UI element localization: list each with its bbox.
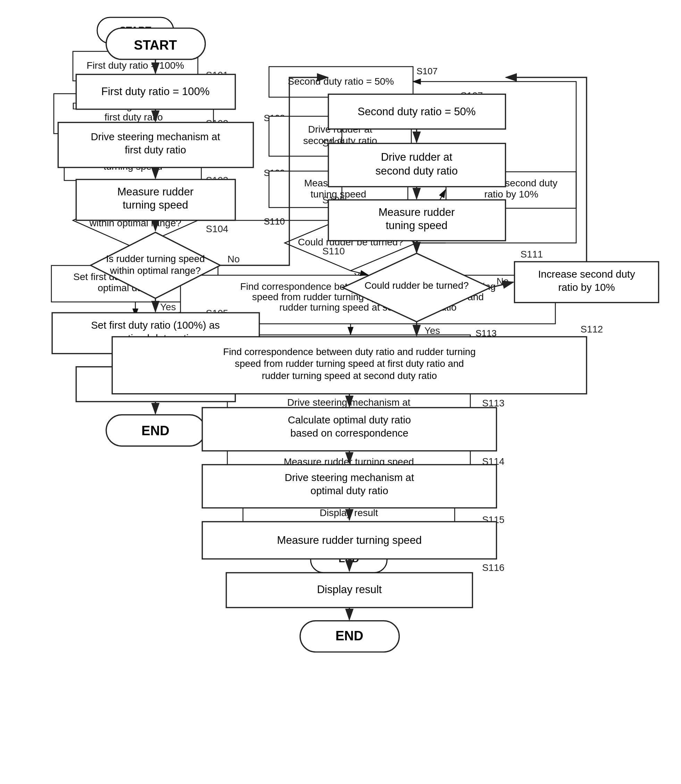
svg-text:Is rudder turning speed: Is rudder turning speed bbox=[106, 253, 205, 264]
svg-text:S113: S113 bbox=[482, 398, 505, 409]
svg-text:tuning speed: tuning speed bbox=[386, 219, 447, 231]
svg-text:Display result: Display result bbox=[317, 583, 382, 596]
svg-text:second duty ratio: second duty ratio bbox=[375, 165, 458, 177]
svg-text:turning speed: turning speed bbox=[122, 199, 188, 211]
svg-text:Find correspondence between du: Find correspondence between duty ratio a… bbox=[223, 346, 476, 357]
svg-text:S110: S110 bbox=[323, 246, 345, 257]
svg-text:Measure rudder: Measure rudder bbox=[117, 186, 194, 198]
svg-text:Second duty ratio = 50%: Second duty ratio = 50% bbox=[358, 106, 475, 118]
svg-text:S111: S111 bbox=[521, 249, 543, 260]
svg-text:within optimal range?: within optimal range? bbox=[110, 265, 201, 276]
svg-text:Measure rudder: Measure rudder bbox=[379, 206, 455, 218]
flowchart-main: START S101 First duty ratio = 100% S102 … bbox=[0, 0, 681, 784]
svg-text:Increase second duty: Increase second duty bbox=[538, 268, 635, 280]
svg-text:Drive rudder at: Drive rudder at bbox=[381, 151, 452, 163]
svg-text:Set first duty ratio (100%) as: Set first duty ratio (100%) as bbox=[91, 319, 220, 331]
svg-text:No: No bbox=[227, 254, 239, 265]
svg-text:START: START bbox=[134, 38, 177, 52]
svg-text:Yes: Yes bbox=[160, 302, 176, 312]
svg-text:optimal duty ratio: optimal duty ratio bbox=[310, 485, 388, 496]
svg-text:Yes: Yes bbox=[424, 325, 440, 336]
svg-text:Drive steering mechanism at: Drive steering mechanism at bbox=[285, 472, 414, 483]
svg-text:Could rudder be turned?: Could rudder be turned? bbox=[364, 280, 469, 291]
svg-text:based on correspondence: based on correspondence bbox=[290, 427, 409, 439]
svg-text:ratio by 10%: ratio by 10% bbox=[558, 282, 615, 293]
svg-text:first duty ratio: first duty ratio bbox=[125, 144, 186, 155]
svg-text:speed from rudder turning spee: speed from rudder turning speed at first… bbox=[235, 358, 464, 369]
svg-text:END: END bbox=[335, 629, 363, 643]
svg-text:S116: S116 bbox=[482, 562, 505, 573]
svg-text:END: END bbox=[142, 423, 169, 438]
svg-text:S104: S104 bbox=[206, 223, 228, 234]
svg-text:S112: S112 bbox=[581, 324, 603, 334]
svg-text:Measure rudder turning speed: Measure rudder turning speed bbox=[277, 534, 422, 546]
svg-text:rudder turning speed at second: rudder turning speed at second duty rati… bbox=[262, 370, 437, 381]
svg-text:Calculate optimal duty ratio: Calculate optimal duty ratio bbox=[288, 414, 411, 426]
svg-text:Drive steering mechanism at: Drive steering mechanism at bbox=[90, 131, 220, 142]
svg-text:First duty ratio = 100%: First duty ratio = 100% bbox=[101, 86, 210, 98]
